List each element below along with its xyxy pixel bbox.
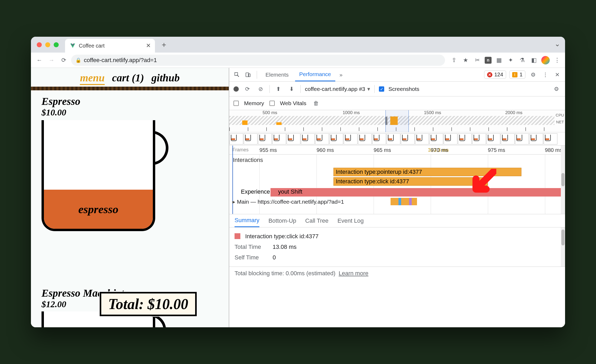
perf-overview[interactable]: 500 ms 1000 ms 1500 ms 2000 ms CPU NET bbox=[229, 110, 565, 132]
ruler-tick: 960 ms bbox=[317, 147, 334, 153]
recording-selector[interactable]: coffee-cart.netlify.app #3 ▾ bbox=[305, 86, 370, 92]
extension-grid-icon[interactable]: ▦ bbox=[495, 56, 503, 64]
extensions-puzzle-icon[interactable]: ✦ bbox=[506, 56, 515, 64]
screenshot-thumb[interactable] bbox=[444, 133, 457, 144]
nav-cart-link[interactable]: cart (1) bbox=[112, 72, 144, 85]
screenshot-thumb[interactable] bbox=[501, 133, 515, 144]
address-bar[interactable]: 🔒 coffee-cart.netlify.app/?ad=1 bbox=[71, 55, 445, 66]
device-toolbar-icon[interactable] bbox=[244, 70, 253, 79]
webvitals-label: Web Vitals bbox=[280, 100, 306, 106]
upload-icon[interactable]: ⬆ bbox=[274, 85, 283, 94]
profile-avatar[interactable] bbox=[541, 56, 550, 64]
trash-icon[interactable]: 🗑 bbox=[311, 99, 320, 108]
mug-fill: espresso bbox=[44, 190, 153, 229]
learn-more-link[interactable]: Learn more bbox=[339, 270, 369, 277]
webvitals-checkbox[interactable] bbox=[269, 101, 275, 106]
interaction-bar-pointerup[interactable]: Interaction type:pointerup id:4377 bbox=[333, 168, 521, 176]
url-text: coffee-cart.netlify.app/?ad=1 bbox=[84, 57, 157, 64]
download-icon[interactable]: ⬇ bbox=[287, 85, 296, 94]
main-thread-track[interactable]: ▸ Main — https://coffee-cart.netlify.app… bbox=[229, 197, 561, 206]
main-thread-label: Main — https://coffee-cart.netlify.app/?… bbox=[237, 199, 344, 205]
screenshot-thumb[interactable] bbox=[358, 133, 372, 144]
screenshot-thumb[interactable] bbox=[258, 133, 272, 144]
tab-event-log[interactable]: Event Log bbox=[337, 217, 364, 224]
memory-checkbox[interactable] bbox=[233, 101, 239, 106]
summary-total-time: Total Time 13.08 ms bbox=[235, 242, 560, 252]
devtools-menu-icon[interactable]: ⋮ bbox=[541, 70, 550, 79]
summary-scrollbar[interactable] bbox=[561, 227, 565, 267]
overview-selection[interactable] bbox=[386, 110, 409, 132]
maximize-window-icon[interactable] bbox=[54, 42, 59, 47]
console-errors-pill[interactable]: ✕ 124 bbox=[484, 71, 506, 79]
screenshot-thumb[interactable] bbox=[472, 133, 486, 144]
screenshot-thumb[interactable] bbox=[230, 133, 243, 144]
screenshot-thumb[interactable] bbox=[544, 133, 557, 144]
interaction-bar-click[interactable]: Interaction type:click id:4377 bbox=[333, 177, 488, 186]
screenshots-checkbox[interactable] bbox=[379, 86, 384, 92]
console-warnings-pill[interactable]: ! 1 bbox=[509, 71, 525, 79]
expand-caret-icon[interactable]: ▸ bbox=[232, 199, 235, 205]
chrome-menu-icon[interactable]: ⋮ bbox=[553, 56, 561, 64]
timeline-scrollbar[interactable] bbox=[561, 146, 565, 214]
chrome-tabbar: Coffee cart ✕ ＋ ⌄ bbox=[31, 37, 565, 53]
screenshot-thumb[interactable] bbox=[415, 133, 429, 144]
nav-github-link[interactable]: github bbox=[152, 72, 180, 85]
tab-call-tree[interactable]: Call Tree bbox=[305, 217, 328, 224]
side-panel-icon[interactable]: ◧ bbox=[530, 56, 538, 64]
flame-chart-area[interactable]: Frames 333.3 ms 955 ms 960 ms 965 ms 970… bbox=[229, 146, 565, 214]
devtools-settings-icon[interactable]: ⚙ bbox=[529, 70, 538, 79]
tab-summary[interactable]: Summary bbox=[235, 214, 259, 227]
screenshot-thumb[interactable] bbox=[529, 133, 543, 144]
clear-icon[interactable]: ⊘ bbox=[256, 85, 265, 94]
scissors-icon[interactable]: ✂ bbox=[473, 56, 482, 64]
cart-total-button[interactable]: Total: $10.00 bbox=[100, 292, 197, 316]
reload-button[interactable]: ⟳ bbox=[59, 55, 68, 65]
tabs-menu-icon[interactable]: ⌄ bbox=[554, 40, 560, 48]
product-card-espresso[interactable]: Espresso $10.00 espresso bbox=[31, 90, 229, 236]
screenshot-thumb[interactable] bbox=[515, 133, 529, 144]
screenshot-thumb[interactable] bbox=[401, 133, 415, 144]
screenshot-thumb[interactable] bbox=[429, 133, 443, 144]
bookmark-star-icon[interactable]: ★ bbox=[461, 56, 470, 64]
tab-performance[interactable]: Performance bbox=[295, 68, 335, 81]
screenshot-thumb[interactable] bbox=[287, 133, 300, 144]
cpu-spike bbox=[276, 122, 282, 125]
screenshot-thumb[interactable] bbox=[387, 133, 400, 144]
browser-tab[interactable]: Coffee cart ✕ bbox=[65, 39, 155, 53]
more-tabs-icon[interactable]: » bbox=[337, 72, 345, 78]
labs-flask-icon[interactable]: ⚗ bbox=[518, 56, 526, 64]
screenshot-thumb[interactable] bbox=[372, 133, 386, 144]
screenshot-filmstrip[interactable] bbox=[229, 132, 565, 146]
tick: 1000 ms bbox=[311, 110, 392, 115]
share-icon[interactable]: ⇪ bbox=[450, 56, 458, 64]
screenshot-thumb[interactable] bbox=[315, 133, 329, 144]
devtools-main-toolbar: Elements Performance » ✕ 124 ! 1 ⚙ ⋮ ✕ bbox=[229, 68, 565, 82]
screenshot-thumb[interactable] bbox=[244, 133, 258, 144]
new-tab-button[interactable]: ＋ bbox=[158, 38, 170, 51]
tab-elements[interactable]: Elements bbox=[261, 68, 293, 81]
kv-key: Total Time bbox=[235, 242, 266, 252]
tab-close-icon[interactable]: ✕ bbox=[146, 42, 151, 49]
frames-label: Frames bbox=[232, 147, 249, 153]
screenshot-thumb[interactable] bbox=[487, 133, 500, 144]
close-window-icon[interactable] bbox=[37, 42, 42, 47]
minimize-window-icon[interactable] bbox=[45, 42, 50, 47]
tab-bottom-up[interactable]: Bottom-Up bbox=[268, 217, 296, 224]
main-thread-bars[interactable] bbox=[391, 198, 417, 205]
inspect-element-icon[interactable] bbox=[232, 70, 241, 79]
devtools-close-icon[interactable]: ✕ bbox=[553, 70, 562, 79]
screenshot-thumb[interactable] bbox=[301, 133, 315, 144]
screenshot-thumb[interactable] bbox=[458, 133, 472, 144]
screenshot-thumb[interactable] bbox=[344, 133, 357, 144]
browser-window: Coffee cart ✕ ＋ ⌄ ← → ⟳ 🔒 coffee-cart.ne… bbox=[31, 37, 565, 327]
layout-shift-bar[interactable] bbox=[271, 188, 561, 197]
back-button[interactable]: ← bbox=[35, 55, 44, 65]
reload-record-icon[interactable]: ⟳ bbox=[243, 85, 252, 94]
screenshot-thumb[interactable] bbox=[272, 133, 286, 144]
extension-n-icon[interactable]: n bbox=[485, 57, 492, 64]
perf-settings-icon[interactable]: ⚙ bbox=[552, 85, 561, 94]
forward-button[interactable]: → bbox=[47, 55, 56, 65]
screenshot-thumb[interactable] bbox=[329, 133, 343, 144]
record-button[interactable] bbox=[233, 86, 239, 92]
nav-menu-link[interactable]: menu bbox=[80, 72, 104, 85]
